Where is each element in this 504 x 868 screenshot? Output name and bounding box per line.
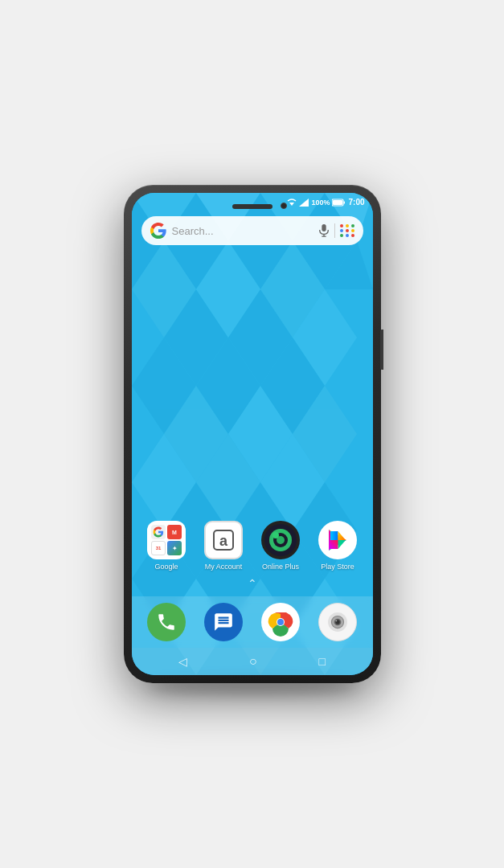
speaker [232,204,272,209]
app-label-google: Google [154,563,178,571]
dock-item-camera[interactable] [313,603,363,641]
phone-device: 100% 7:00 [124,185,381,683]
camera-icon [318,603,357,641]
play-store-icon [318,521,357,559]
svg-rect-39 [322,224,326,231]
search-bar[interactable]: Search... [141,216,363,245]
svg-point-63 [336,620,338,622]
svg-point-48 [272,532,279,538]
svg-point-58 [277,619,284,625]
my-account-icon: a [204,521,243,559]
battery-percent: 100% [311,199,330,207]
back-button[interactable]: ◁ [178,655,187,668]
app-item-my-account[interactable]: a My Account [199,521,249,571]
messages-icon [204,603,243,641]
dock-item-messages[interactable] [199,603,249,641]
search-placeholder: Search... [172,225,313,237]
svg-rect-37 [344,201,346,203]
online-plus-icon [261,521,300,559]
google-folder-icon: M 31 ✦ [147,521,186,559]
front-camera [281,203,287,209]
app-item-play-store[interactable]: Play Store [313,521,363,571]
recents-button[interactable]: □ [319,655,326,668]
dock-item-chrome[interactable] [256,603,306,641]
app-grid: M 31 ✦ Google [132,521,373,571]
apps-launcher-icon[interactable] [340,224,355,237]
battery-icon [332,199,345,207]
app-label-online-plus: Online Plus [262,563,299,571]
chrome-icon [261,603,300,641]
google-logo [150,222,167,240]
app-label-my-account: My Account [205,563,243,571]
phone-icon [147,603,186,641]
svg-marker-34 [289,203,294,206]
wifi-icon [287,199,297,207]
home-button[interactable]: ○ [249,654,257,669]
app-label-play-store: Play Store [321,563,354,571]
swipe-up-indicator: ⌃ [132,571,373,596]
svg-marker-35 [299,199,309,207]
power-button [380,330,383,370]
app-item-google[interactable]: M 31 ✦ Google [141,521,192,571]
signal-icon [299,199,309,207]
svg-text:a: a [219,533,228,549]
mic-icon[interactable] [318,224,330,237]
navigation-bar: ◁ ○ □ [132,648,373,675]
screen: 100% 7:00 [132,193,373,675]
search-divider [334,223,335,238]
dock-item-phone[interactable] [141,603,192,641]
time-display: 7:00 [348,198,364,207]
dock [132,596,373,648]
svg-rect-38 [333,200,342,205]
app-item-online-plus[interactable]: Online Plus [256,521,306,571]
